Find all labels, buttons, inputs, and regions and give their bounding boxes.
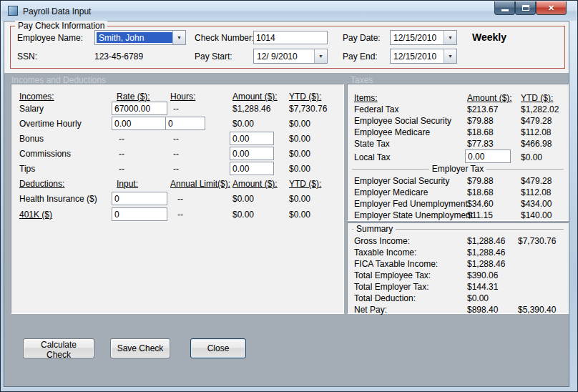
- local-tax-input[interactable]: [465, 150, 511, 163]
- health-insurance-input[interactable]: [112, 192, 167, 205]
- tax-ytd: $1,282.02: [521, 104, 559, 114]
- income-hours: --: [173, 134, 179, 144]
- tax-ytd: $479.28: [521, 176, 552, 186]
- summary-row: Net Pay: $898.40 $5,390.40: [348, 305, 568, 316]
- paycheck-group-label: Pay Check Information: [15, 21, 107, 31]
- tax-row: Federal Tax $213.67 $1,282.02: [348, 104, 568, 116]
- summary-name: Total Deduction:: [354, 293, 416, 303]
- summary-amount: $1,288.46: [467, 248, 505, 258]
- close-button[interactable]: ✕: [536, 1, 567, 15]
- pay-end-picker[interactable]: 12/15/2010 ▼: [390, 49, 457, 64]
- amount-header: Amount ($):: [232, 92, 278, 102]
- pay-end-label: Pay End:: [343, 52, 378, 62]
- deductions-header: Deductions:: [19, 179, 64, 189]
- chevron-down-icon[interactable]: ▼: [444, 49, 456, 63]
- income-row-salary: Salary -- $1,288.46 $7,730.76: [11, 102, 343, 117]
- summary-amount: $0.00: [467, 293, 489, 303]
- ytd-header: YTD ($):: [521, 93, 553, 103]
- tax-amount: $213.67: [467, 104, 498, 114]
- income-hours: --: [173, 104, 179, 114]
- paycheck-info-strip: Pay Check Information Employee Name: Smi…: [4, 21, 569, 73]
- bonus-amount-input[interactable]: [230, 132, 274, 145]
- income-name: Tips: [19, 164, 35, 174]
- commissions-amount-input[interactable]: [230, 147, 274, 160]
- input-header: Input:: [117, 179, 138, 189]
- income-name: Overtime Hourly: [19, 119, 82, 129]
- check-number-input[interactable]: [253, 31, 328, 44]
- window-controls: ✕: [494, 1, 567, 15]
- summary-row: Taxable Income: $1,288.46: [348, 248, 568, 259]
- salary-rate-input[interactable]: [112, 102, 167, 115]
- minimize-button[interactable]: [494, 1, 515, 15]
- tax-row: Employer Social Security $79.88 $479.28: [348, 176, 568, 187]
- income-hours: --: [173, 164, 179, 174]
- income-row-overtime: Overtime Hourly $0.00 $0.00: [11, 117, 343, 132]
- income-amount: $0.00: [232, 119, 254, 129]
- 401k-input[interactable]: [112, 207, 167, 221]
- tax-name: Employee Social Security: [354, 116, 451, 126]
- incomes-deductions-panel: Incomes: Rate ($): Hours: Amount ($): YT…: [11, 84, 344, 314]
- summary-name: Taxable Income:: [354, 248, 416, 258]
- pay-date-picker[interactable]: 12/15/2010 ▼: [390, 30, 457, 45]
- close-check-button[interactable]: Close: [190, 338, 246, 358]
- pay-date-value: 12/15/2010: [391, 31, 444, 44]
- tax-ytd: $112.08: [521, 187, 552, 197]
- chevron-down-icon[interactable]: ▼: [314, 49, 327, 63]
- income-row-commissions: Commissions -- -- $0.00: [11, 147, 343, 162]
- income-hours: --: [173, 149, 179, 159]
- tax-name: State Tax: [354, 139, 390, 149]
- tax-name: Employer Social Security: [354, 176, 449, 186]
- window-title: Payroll Data Input: [23, 6, 91, 16]
- income-ytd: $0.00: [289, 164, 310, 174]
- summary-amount: $390.06: [467, 270, 498, 280]
- amount-header: Amount ($):: [232, 179, 278, 189]
- titlebar[interactable]: Payroll Data Input ✕: [1, 1, 577, 21]
- deduction-name: Health Insurance ($): [19, 194, 97, 204]
- income-ytd: $0.00: [289, 134, 310, 144]
- chevron-down-icon[interactable]: ▼: [444, 31, 456, 44]
- summary-ytd: $7,730.76: [518, 236, 556, 246]
- summary-row: Total Employer Tax: $144.31: [348, 282, 568, 293]
- tax-amount: $79.88: [467, 176, 494, 186]
- pay-date-label: Pay Date:: [343, 33, 381, 43]
- tax-amount: $77.83: [467, 139, 494, 149]
- tips-amount-input[interactable]: [230, 162, 274, 175]
- chevron-down-icon[interactable]: ▼: [172, 31, 185, 44]
- tax-row: Employer Medicare $18.68 $112.08: [348, 187, 568, 199]
- summary-amount: $144.31: [467, 282, 498, 292]
- employee-name-label: Employee Name:: [17, 33, 83, 43]
- deduction-row-health: Health Insurance ($) -- $0.00 $0.00: [11, 192, 343, 207]
- client-area: Pay Check Information Employee Name: Smi…: [4, 21, 569, 387]
- pay-start-picker[interactable]: 12/ 9/2010 ▼: [253, 49, 328, 64]
- payroll-window: Payroll Data Input ✕ Pay Check Informati…: [0, 0, 578, 392]
- tax-ytd: $479.28: [521, 116, 552, 126]
- maximize-icon: [522, 5, 529, 11]
- summary-amount: $1,288.46: [467, 236, 505, 246]
- income-name: Bonus: [19, 134, 44, 144]
- ytd-header: YTD ($):: [289, 92, 321, 102]
- tax-row: Employer Fed Unemployment $34.60 $434.00: [348, 199, 568, 210]
- deduction-ytd: $0.00: [289, 210, 310, 220]
- employee-name-combobox[interactable]: Smith, John ▼: [94, 30, 186, 45]
- pay-end-value: 12/15/2010: [391, 49, 444, 63]
- local-tax-ytd: $0.00: [521, 152, 542, 162]
- tax-ytd: $434.00: [521, 199, 552, 209]
- tax-name: Employer State Unemployment: [354, 210, 473, 220]
- tax-name: Federal Tax: [354, 104, 398, 114]
- tax-amount: $34.60: [467, 199, 494, 209]
- summary-name: Total Employer Tax:: [354, 282, 429, 292]
- employee-name-value: Smith, John: [97, 32, 172, 43]
- overtime-hours-input[interactable]: [165, 117, 205, 130]
- deduction-amount: $0.00: [232, 210, 254, 220]
- deductions-header-row: Deductions: Input: Annual Limit($): Amou…: [11, 177, 343, 192]
- tax-ytd: $112.08: [521, 127, 552, 137]
- calculate-check-button[interactable]: Calculate Check: [23, 338, 94, 358]
- save-check-button[interactable]: Save Check: [110, 338, 170, 358]
- employer-tax-group-label: Employer Tax: [429, 164, 486, 174]
- maximize-button[interactable]: [515, 1, 536, 15]
- overtime-rate-input[interactable]: [112, 117, 167, 130]
- 401k-link[interactable]: 401K ($): [19, 210, 52, 220]
- income-amount: $1,288.46: [232, 104, 270, 114]
- rate-header: Rate ($):: [117, 92, 150, 102]
- summary-row: Total Employee Tax: $390.06: [348, 270, 568, 282]
